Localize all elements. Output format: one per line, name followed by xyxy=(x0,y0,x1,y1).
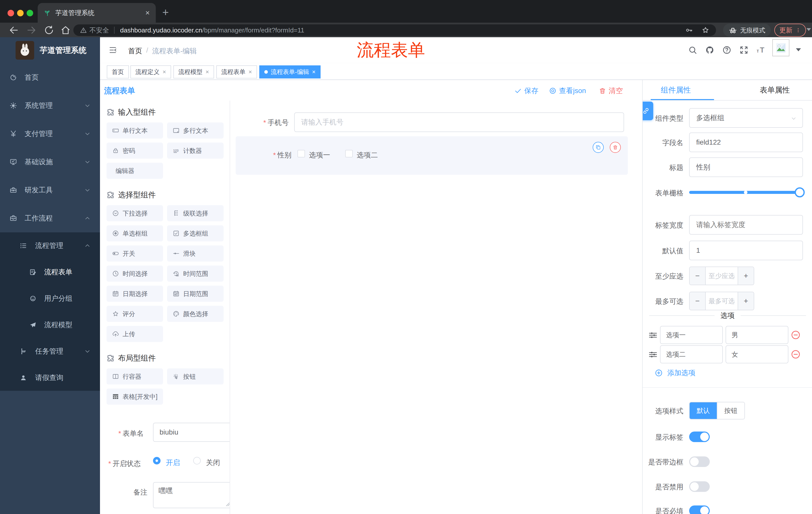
sidebar-item-task-mgmt[interactable]: 任务管理 xyxy=(0,338,100,364)
sidebar-item-leave-query[interactable]: 请假查询 xyxy=(0,364,100,391)
remove-option-icon[interactable] xyxy=(791,330,801,340)
palette-item-radio-group[interactable]: 单选框组 xyxy=(107,225,163,241)
radio-on-label[interactable]: 开启 xyxy=(166,458,180,467)
drag-handle-icon[interactable] xyxy=(648,330,658,340)
palette-item-select[interactable]: 下拉选择 xyxy=(107,205,163,221)
palette-item-row-container[interactable]: 行容器 xyxy=(107,369,163,384)
style-default-button[interactable]: 默认 xyxy=(690,402,717,419)
style-button-button[interactable]: 按钮 xyxy=(717,402,745,419)
sidebar-collapse-icon[interactable] xyxy=(108,46,118,54)
checkbox-option1-label[interactable]: 选项一 xyxy=(309,151,330,160)
palette-item-editor[interactable]: 编辑器 xyxy=(107,163,163,179)
field-name-input[interactable] xyxy=(689,133,803,152)
duplicate-component-button[interactable] xyxy=(593,142,604,153)
tab-close-icon[interactable]: × xyxy=(145,9,150,17)
add-option-button[interactable]: 添加选项 xyxy=(655,368,695,378)
palette-item-button[interactable]: 按钮 xyxy=(167,369,224,384)
option-label-input[interactable] xyxy=(660,326,723,344)
save-button[interactable]: 保存 xyxy=(514,86,539,96)
maximize-window-button[interactable] xyxy=(27,10,33,16)
palette-item-date-range[interactable]: 日期范围 xyxy=(167,286,224,302)
sidebar-item-process-model[interactable]: 流程模型 xyxy=(0,312,100,338)
bookmark-star-icon[interactable] xyxy=(701,26,709,34)
palette-item-upload[interactable]: 上传 xyxy=(107,326,163,342)
phone-field-input[interactable] xyxy=(294,112,624,132)
palette-item-counter[interactable]: 计数器 xyxy=(167,142,224,159)
tab-component-props[interactable]: 组件属性 xyxy=(661,85,691,95)
palette-item-password[interactable]: 密码 xyxy=(107,142,163,159)
palette-item-time-range[interactable]: 时间范围 xyxy=(167,266,224,282)
label-width-input[interactable] xyxy=(689,215,803,235)
font-size-icon[interactable] xyxy=(756,45,766,55)
sidebar-item-infra[interactable]: 基础设施 xyxy=(0,148,100,176)
sidebar-item-devtools[interactable]: 研发工具 xyxy=(0,176,100,204)
clear-button[interactable]: 清空 xyxy=(599,86,623,96)
option-value-input[interactable] xyxy=(726,345,788,363)
tag-close-icon[interactable]: × xyxy=(249,69,252,76)
delete-component-button[interactable] xyxy=(610,142,621,153)
palette-item-slider[interactable]: 滑块 xyxy=(167,245,224,262)
sidebar-item-home[interactable]: 首页 xyxy=(0,63,100,91)
show-label-switch[interactable] xyxy=(689,432,710,442)
plus-button[interactable]: + xyxy=(737,267,754,285)
back-icon[interactable] xyxy=(8,25,19,35)
sidebar-item-system[interactable]: 系统管理 xyxy=(0,91,100,120)
plus-button[interactable]: + xyxy=(737,292,754,310)
minimize-window-button[interactable] xyxy=(17,10,24,16)
forward-icon[interactable] xyxy=(26,25,37,35)
view-json-button[interactable]: 查看json xyxy=(549,86,586,96)
disabled-switch[interactable] xyxy=(689,481,710,492)
palette-item-rate[interactable]: 评分 xyxy=(107,306,163,322)
tab-form-props[interactable]: 表单属性 xyxy=(760,85,790,95)
drag-handle-icon[interactable] xyxy=(648,350,658,359)
tag-home[interactable]: 首页 xyxy=(107,65,129,78)
palette-item-single-text[interactable]: 单行文本 xyxy=(107,123,163,139)
palette-item-time-picker[interactable]: 时间选择 xyxy=(107,266,163,282)
palette-item-date-picker[interactable]: 日期选择 xyxy=(107,286,163,302)
component-type-select[interactable] xyxy=(689,108,803,128)
radio-off[interactable] xyxy=(193,457,201,464)
with-border-switch[interactable] xyxy=(689,456,710,467)
tag-process-form[interactable]: 流程表单 × xyxy=(216,65,257,78)
key-icon[interactable] xyxy=(685,26,693,34)
search-icon[interactable] xyxy=(688,45,697,55)
required-switch[interactable] xyxy=(689,506,710,514)
tag-process-model[interactable]: 流程模型 × xyxy=(173,65,214,78)
sidebar-item-process-mgmt[interactable]: 流程管理 xyxy=(0,232,100,259)
brand-area[interactable]: 芋道管理系统 xyxy=(0,37,100,63)
slider-handle[interactable] xyxy=(795,187,805,197)
radio-off-label[interactable]: 关闭 xyxy=(206,458,220,467)
checkbox-option2[interactable] xyxy=(345,150,353,157)
browser-menu-icon[interactable] xyxy=(795,27,801,33)
palette-item-switch[interactable]: 开关 xyxy=(107,245,163,262)
title-input[interactable] xyxy=(689,157,803,177)
radio-on[interactable] xyxy=(153,457,161,464)
home-icon[interactable] xyxy=(60,25,71,35)
close-window-button[interactable] xyxy=(7,10,14,16)
remove-option-icon[interactable] xyxy=(791,349,801,359)
max-select-placeholder[interactable]: 最多可选 xyxy=(706,292,737,310)
update-button[interactable]: 更新 xyxy=(774,24,806,37)
github-icon[interactable] xyxy=(705,45,715,55)
avatar-caret-icon[interactable] xyxy=(796,48,801,51)
default-value-input[interactable] xyxy=(689,241,803,260)
palette-item-cascader[interactable]: 级联选择 xyxy=(167,205,224,221)
palette-item-checkbox-group[interactable]: 多选框组 xyxy=(167,225,224,241)
tag-close-icon[interactable]: × xyxy=(205,69,209,76)
option-label-input[interactable] xyxy=(660,345,723,363)
new-tab-button[interactable]: + xyxy=(162,6,169,19)
checkbox-option1[interactable] xyxy=(297,150,305,157)
option-value-input[interactable] xyxy=(726,326,788,344)
browser-tab[interactable]: 芋道管理系统 × xyxy=(38,3,156,23)
minus-button[interactable]: − xyxy=(690,267,706,285)
remark-textarea[interactable]: 嘿嘿 xyxy=(153,482,230,508)
chevron-down-icon[interactable] xyxy=(807,28,811,31)
tag-process-definition[interactable]: 流程定义 × xyxy=(130,65,171,78)
tag-close-icon[interactable]: × xyxy=(163,69,166,76)
tag-process-form-edit[interactable]: 流程表单-编辑 × xyxy=(259,65,321,78)
sidebar-item-workflow[interactable]: 工作流程 xyxy=(0,204,100,232)
min-select-placeholder[interactable]: 至少应选 xyxy=(706,267,737,285)
minus-button[interactable]: − xyxy=(690,292,706,310)
fullscreen-icon[interactable] xyxy=(739,45,749,55)
palette-item-table[interactable]: 表格[开发中] xyxy=(107,388,163,405)
